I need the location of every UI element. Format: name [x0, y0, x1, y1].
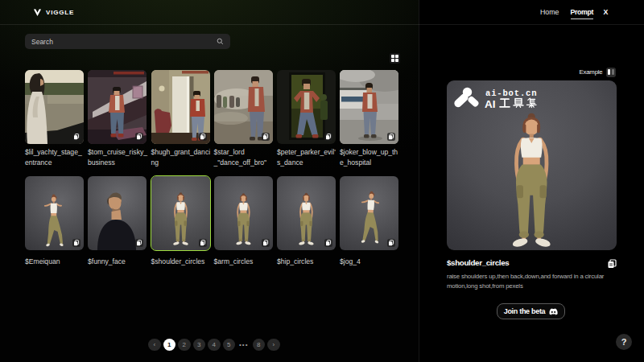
svg-text:ai-bot.cn: ai-bot.cn	[485, 88, 537, 98]
svg-text:AI: AI	[485, 98, 496, 110]
